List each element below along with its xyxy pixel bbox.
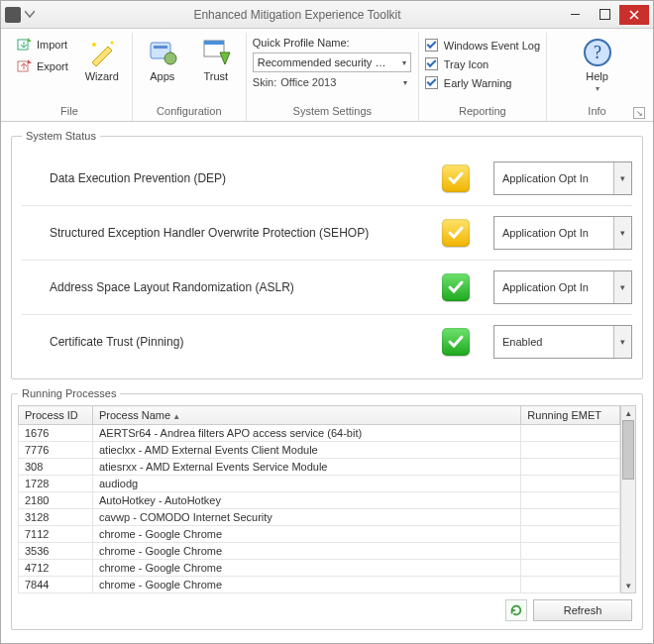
status-dropdown[interactable]: Enabled▾ <box>493 325 632 359</box>
quick-profile-value: Recommended security … <box>258 56 386 68</box>
trust-button[interactable]: Trust <box>192 35 240 84</box>
checkbox-icon <box>425 39 438 52</box>
cell-pid: 7112 <box>19 526 93 543</box>
checkbox-label: Tray Icon <box>444 58 489 70</box>
cell-pid: 1676 <box>19 425 93 442</box>
checkbox-event-log[interactable]: Windows Event Log <box>425 39 540 52</box>
ribbon: Import Export Wizard File Apps Trust <box>1 29 653 122</box>
refresh-button[interactable]: Refresh <box>533 599 632 621</box>
export-label: Export <box>37 60 68 72</box>
import-icon <box>17 37 33 53</box>
qat-dropdown-icon[interactable] <box>25 8 35 22</box>
table-row[interactable]: 2180AutoHotkey - AutoHotkey <box>19 492 620 509</box>
table-row[interactable]: 7844chrome - Google Chrome <box>19 577 620 593</box>
import-button[interactable]: Import <box>13 35 72 54</box>
cell-emet <box>521 442 620 459</box>
ribbon-group-reporting: Windows Event Log Tray Icon Early Warnin… <box>419 33 547 121</box>
table-row[interactable]: 1728audiodg <box>19 476 620 492</box>
scroll-up-icon[interactable]: ▲ <box>621 406 635 420</box>
status-check-icon <box>442 219 470 247</box>
close-button[interactable] <box>619 5 649 25</box>
running-processes-legend: Running Processes <box>18 387 120 399</box>
cell-pid: 3536 <box>19 543 93 560</box>
cell-pid: 2180 <box>19 492 93 509</box>
svg-point-3 <box>110 42 113 45</box>
checkbox-early-warning[interactable]: Early Warning <box>425 76 540 89</box>
cell-pid: 7844 <box>19 577 93 593</box>
cell-emet <box>521 560 620 577</box>
cell-name: AERTSr64 - Andrea filters APO access ser… <box>93 425 521 442</box>
table-row[interactable]: 1676AERTSr64 - Andrea filters APO access… <box>19 425 620 442</box>
apps-label: Apps <box>150 70 174 82</box>
chevron-down-icon: ▾ <box>613 326 631 358</box>
cell-emet <box>521 425 620 442</box>
refresh-icon-button[interactable] <box>505 599 527 621</box>
status-dropdown[interactable]: Application Opt In▾ <box>493 216 632 250</box>
chevron-down-icon: ▾ <box>613 217 631 249</box>
col-emet[interactable]: Running EMET <box>521 406 620 425</box>
table-row[interactable]: 4712chrome - Google Chrome <box>19 560 620 577</box>
apps-icon <box>147 37 178 68</box>
cell-name: chrome - Google Chrome <box>93 543 521 560</box>
status-label: Address Space Layout Randomization (ASLR… <box>22 280 442 294</box>
table-row[interactable]: 308atiesrxx - AMD External Events Servic… <box>19 459 620 476</box>
ribbon-group-configuration: Apps Trust Configuration <box>133 33 247 121</box>
group-label-sysset: System Settings <box>293 105 372 119</box>
processes-table: Process ID Process Name Running EMET 167… <box>18 405 620 593</box>
export-icon <box>17 58 33 74</box>
help-button[interactable]: ? Help ▾ <box>574 35 621 95</box>
svg-text:?: ? <box>594 43 601 62</box>
wizard-button[interactable]: Wizard <box>78 35 126 84</box>
skin-dropdown-icon[interactable]: ▾ <box>403 78 411 87</box>
maximize-button[interactable] <box>590 5 619 25</box>
status-label: Structured Exception Handler Overwrite P… <box>22 226 442 240</box>
cell-name: audiodg <box>93 476 521 492</box>
status-value: Application Opt In <box>494 281 597 293</box>
table-row[interactable]: 3128cavwp - COMODO Internet Security <box>19 509 620 526</box>
dialog-launcher-icon[interactable]: ↘ <box>633 107 645 119</box>
status-dropdown[interactable]: Application Opt In▾ <box>493 161 632 195</box>
window-buttons <box>560 5 649 25</box>
svg-rect-5 <box>154 46 167 49</box>
wizard-icon <box>86 37 118 68</box>
col-pid[interactable]: Process ID <box>19 406 93 425</box>
running-processes-panel: Running Processes Process ID Process Nam… <box>9 387 645 630</box>
cell-name: atiesrxx - AMD External Events Service M… <box>93 459 521 476</box>
status-row: Data Execution Prevention (DEP)Applicati… <box>22 152 632 206</box>
ribbon-group-file: Import Export Wizard File <box>7 33 133 121</box>
checkbox-tray-icon[interactable]: Tray Icon <box>425 57 540 70</box>
cell-name: AutoHotkey - AutoHotkey <box>93 492 521 509</box>
cell-pid: 308 <box>19 459 93 476</box>
ribbon-group-system-settings: Quick Profile Name: Recommended security… <box>247 33 419 121</box>
cell-name: chrome - Google Chrome <box>93 526 521 543</box>
minimize-button[interactable] <box>560 5 590 25</box>
group-label-reporting: Reporting <box>459 105 506 119</box>
status-dropdown[interactable]: Application Opt In▾ <box>493 270 632 304</box>
chevron-down-icon: ▾ <box>613 162 631 194</box>
app-icon <box>5 7 21 23</box>
chevron-down-icon: ▾ <box>596 84 600 93</box>
status-label: Data Execution Prevention (DEP) <box>22 171 442 185</box>
quick-profile-combo[interactable]: Recommended security … ▾ <box>253 53 411 72</box>
table-row[interactable]: 7112chrome - Google Chrome <box>19 526 620 543</box>
apps-button[interactable]: Apps <box>139 35 186 84</box>
scroll-down-icon[interactable]: ▼ <box>621 579 635 592</box>
skin-label: Skin: <box>253 76 276 88</box>
help-icon: ? <box>582 37 613 68</box>
group-label-file: File <box>60 105 78 119</box>
table-row[interactable]: 3536chrome - Google Chrome <box>19 543 620 560</box>
vertical-scrollbar[interactable]: ▲ ▼ <box>620 405 636 593</box>
cell-emet <box>521 459 620 476</box>
svg-point-6 <box>164 53 176 64</box>
cell-name: chrome - Google Chrome <box>93 560 521 577</box>
col-name[interactable]: Process Name <box>93 406 521 425</box>
table-row[interactable]: 7776atieclxx - AMD External Events Clien… <box>19 442 620 459</box>
system-status-panel: System Status Data Execution Prevention … <box>9 130 645 379</box>
status-check-icon <box>442 164 470 192</box>
status-check-icon <box>442 273 470 301</box>
scroll-thumb[interactable] <box>622 420 634 480</box>
wizard-label: Wizard <box>85 70 119 82</box>
export-button[interactable]: Export <box>13 56 72 76</box>
trust-icon <box>200 37 232 68</box>
checkbox-icon <box>425 57 438 70</box>
